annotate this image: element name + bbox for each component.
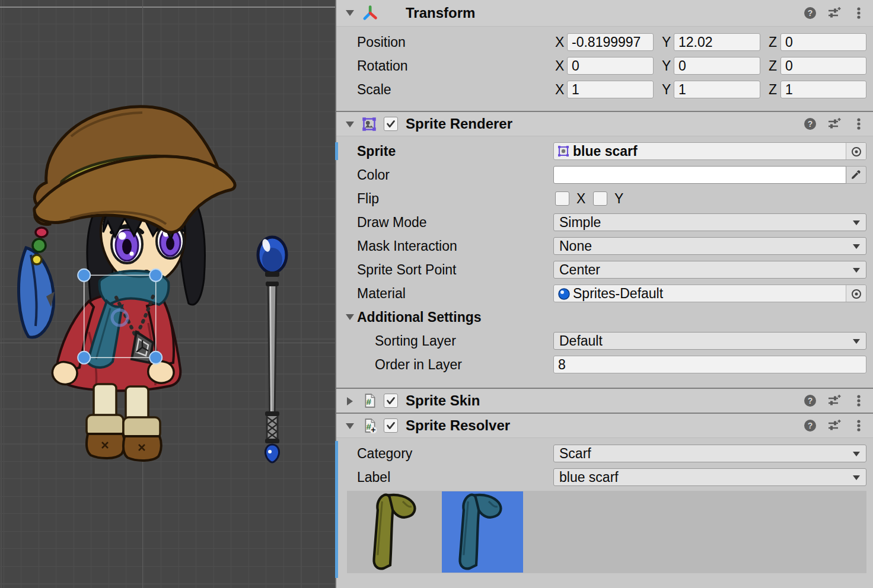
axis-z-label: Z (769, 33, 777, 51)
foldout-open-icon[interactable] (345, 422, 355, 430)
sprite-renderer-header[interactable]: Sprite Renderer ? (336, 112, 873, 136)
flip-label: Flip (357, 190, 379, 207)
sprite-skin-header[interactable]: # Sprite Skin ? (336, 389, 873, 413)
draw-mode-value: Simple (559, 214, 601, 231)
more-menu-icon[interactable] (852, 6, 866, 20)
rotation-x-input[interactable] (567, 57, 654, 75)
axis-x-label: X (555, 81, 564, 98)
svg-text:?: ? (808, 421, 813, 430)
help-icon[interactable]: ? (803, 394, 817, 408)
foldout-closed-icon[interactable] (346, 396, 354, 407)
sprite-icon (557, 145, 570, 158)
eyedropper-button[interactable] (846, 166, 866, 184)
override-indicator (335, 441, 338, 578)
sprite-object-field[interactable]: blue scarf (553, 142, 866, 160)
help-icon[interactable]: ? (803, 117, 817, 131)
hat-bead-red (36, 228, 47, 237)
label-dropdown[interactable]: blue scarf (553, 468, 866, 486)
more-menu-icon[interactable] (852, 117, 866, 131)
scale-y-input[interactable] (674, 81, 760, 98)
additional-settings-label[interactable]: Additional Settings (357, 308, 482, 326)
axis-x-label: X (555, 57, 564, 75)
axis-y-label: Y (662, 81, 671, 98)
override-indicator (335, 142, 338, 160)
material-object-field[interactable]: Sprites-Default (553, 285, 866, 302)
witch-character-sprite[interactable] (19, 107, 235, 461)
foldout-open-icon[interactable] (345, 313, 355, 321)
axis-y-label: Y (662, 57, 671, 75)
legs-boots (87, 384, 161, 461)
chevron-down-icon (853, 475, 860, 480)
svg-text:#: # (367, 397, 372, 407)
category-value: Scarf (559, 445, 591, 462)
object-picker-button[interactable] (846, 285, 866, 302)
position-x-input[interactable] (567, 33, 654, 51)
object-picker-icon (850, 146, 862, 158)
presets-icon[interactable] (827, 418, 841, 433)
selection-handle-top-left[interactable] (78, 269, 90, 282)
material-label: Material (357, 285, 406, 302)
chevron-down-icon (853, 220, 860, 225)
component-title: Sprite Resolver (406, 414, 510, 437)
axis-z-label: Z (769, 57, 777, 75)
sorting-layer-dropdown[interactable]: Default (553, 332, 866, 350)
selection-handle-bottom-left[interactable] (78, 351, 90, 364)
right-hand (148, 361, 174, 383)
sprite-resolver-header[interactable]: # + Sprite Resolver ? (336, 414, 873, 438)
object-picker-button[interactable] (846, 143, 866, 159)
thumbnail-blue-scarf-selected[interactable] (442, 491, 523, 573)
rotation-z-input[interactable] (780, 57, 866, 75)
inspector-panel: Transform ? Position X Y Z Rotation X Y … (336, 0, 873, 588)
component-enabled-checkbox[interactable] (384, 418, 398, 433)
color-swatch[interactable] (553, 166, 846, 184)
scale-z-input[interactable] (780, 81, 866, 98)
chevron-down-icon (853, 452, 860, 456)
transform-header[interactable]: Transform ? (336, 0, 873, 27)
presets-icon[interactable] (827, 6, 841, 20)
scale-label: Scale (357, 81, 391, 98)
help-icon[interactable]: ? (803, 418, 817, 433)
component-enabled-checkbox[interactable] (384, 394, 398, 408)
foldout-open-icon[interactable] (345, 120, 355, 129)
draw-mode-dropdown[interactable]: Simple (553, 213, 866, 231)
scale-x-input[interactable] (567, 81, 654, 98)
position-label: Position (357, 33, 406, 51)
flip-y-checkbox[interactable] (593, 191, 607, 206)
component-enabled-checkbox[interactable] (384, 117, 398, 131)
rotation-label: Rotation (357, 57, 408, 75)
selection-handle-top-right[interactable] (149, 269, 162, 282)
mask-interaction-dropdown[interactable]: None (553, 237, 866, 255)
sprite-label: Sprite (357, 142, 396, 160)
mask-interaction-value: None (559, 238, 592, 254)
thumbnail-green-scarf[interactable] (356, 491, 437, 573)
rotation-y-input[interactable] (674, 57, 760, 75)
color-label: Color (357, 166, 390, 184)
svg-text:?: ? (808, 8, 813, 18)
presets-icon[interactable] (827, 394, 841, 408)
eyedropper-icon (850, 169, 862, 181)
unity-editor: Transform ? Position X Y Z Rotation X Y … (0, 0, 873, 588)
help-icon[interactable]: ? (803, 6, 817, 20)
category-dropdown[interactable]: Scarf (553, 445, 866, 462)
label-value: blue scarf (559, 469, 619, 485)
presets-icon[interactable] (827, 117, 841, 131)
more-menu-icon[interactable] (852, 394, 866, 408)
left-hand (52, 362, 77, 385)
flip-x-checkbox[interactable] (555, 191, 569, 206)
position-z-input[interactable] (780, 33, 866, 51)
selection-handle-bottom-right[interactable] (149, 351, 162, 364)
staff-sprite[interactable] (258, 237, 286, 462)
foldout-open-icon[interactable] (345, 9, 355, 17)
order-in-layer-input[interactable] (553, 356, 866, 373)
hat-bead-green (33, 239, 46, 252)
svg-text:?: ? (808, 396, 813, 405)
chevron-down-icon (853, 244, 860, 249)
sorting-layer-value: Default (559, 333, 603, 349)
axis-x-label: X (555, 33, 564, 51)
position-y-input[interactable] (674, 33, 760, 51)
label-label: Label (357, 468, 390, 486)
more-menu-icon[interactable] (852, 418, 866, 433)
order-in-layer-label: Order in Layer (375, 356, 462, 373)
sprite-value: blue scarf (573, 143, 638, 159)
sprite-sort-point-dropdown[interactable]: Center (553, 261, 866, 279)
